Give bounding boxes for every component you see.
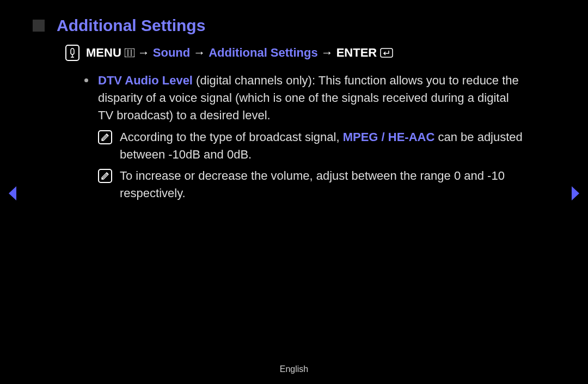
- nav-previous-button[interactable]: [7, 185, 19, 204]
- note-icon: [98, 130, 112, 144]
- note-row-2: To increase or decrease the volume, adju…: [98, 167, 523, 202]
- breadcrumb: MENU → Sound → Additional Settings → ENT…: [65, 45, 555, 61]
- bullet-dot-icon: [84, 78, 88, 82]
- breadcrumb-enter: ENTER: [336, 46, 377, 60]
- list-item: DTV Audio Level (digital channels only):…: [84, 72, 523, 124]
- svg-rect-0: [125, 48, 134, 57]
- note-icon: [98, 169, 112, 183]
- note-row-1: According to the type of broadcast signa…: [98, 129, 523, 163]
- breadcrumb-arrow-3: →: [321, 46, 333, 60]
- note-1-text: According to the type of broadcast signa…: [120, 129, 523, 163]
- item-text: DTV Audio Level (digital channels only):…: [98, 72, 523, 124]
- svg-marker-4: [9, 186, 16, 200]
- breadcrumb-additional-settings: Additional Settings: [209, 46, 317, 60]
- remote-icon: [65, 45, 79, 61]
- footer-language: English: [0, 364, 588, 374]
- breadcrumb-menu: MENU: [86, 46, 121, 60]
- nav-next-button[interactable]: [569, 185, 581, 204]
- menu-grid-icon: [125, 48, 134, 57]
- enter-icon: [380, 48, 393, 58]
- note-2-text: To increase or decrease the volume, adju…: [120, 167, 523, 202]
- breadcrumb-arrow-1: →: [138, 46, 150, 60]
- svg-rect-3: [381, 48, 393, 57]
- svg-marker-5: [572, 186, 579, 200]
- page-title: Additional Settings: [57, 16, 205, 35]
- breadcrumb-arrow-2: →: [193, 46, 205, 60]
- item-label: DTV Audio Level: [98, 74, 193, 87]
- title-row: Additional Settings: [33, 16, 555, 35]
- breadcrumb-sound: Sound: [153, 46, 190, 60]
- codec-label: MPEG / HE-AAC: [343, 130, 435, 144]
- square-bullet-icon: [33, 20, 45, 32]
